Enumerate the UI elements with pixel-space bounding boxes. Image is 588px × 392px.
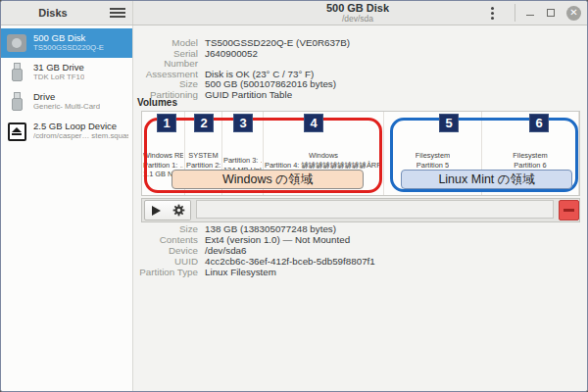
window-controls: ✕	[483, 1, 581, 24]
usb-drive-icon	[5, 61, 28, 84]
hamburger-menu-icon[interactable]	[110, 8, 125, 19]
partition-name: SYSTEM	[188, 151, 218, 160]
device-subtitle: TS500GSSD220Q-E	[33, 44, 104, 53]
minus-icon	[564, 209, 574, 212]
eject-icon[interactable]	[8, 122, 26, 141]
detail-value: TS500GSSD220Q-E (VE0R637B)	[205, 38, 350, 49]
maximize-button[interactable]	[547, 9, 555, 17]
annotation-badge-5: 5	[439, 114, 459, 132]
annotation-badge-3: 3	[233, 114, 253, 132]
partition-name: Filesystem	[416, 151, 450, 160]
annotation-badge-6: 6	[529, 114, 549, 132]
close-button[interactable]: ✕	[566, 6, 581, 21]
gnome-disks-window: Disks 500 GB Disk /dev/sda ✕ 500 GB Disk…	[0, 0, 588, 392]
usb-drive-icon	[5, 90, 28, 114]
device-subtitle: /cdrom/casper… stem.squashfs	[33, 132, 128, 141]
sidebar-header: Disks	[1, 1, 133, 24]
detail-value: 4cc2cb6c-36ef-412f-bceb-5db59f8807f1	[205, 257, 375, 268]
partition-name: Filesystem	[513, 151, 547, 160]
main-header: 500 GB Disk /dev/sda ✕	[133, 1, 587, 24]
device-subtitle: Generic- Multi-Card	[33, 103, 100, 112]
volumes-map: Windows RE … Partition 1: … 1.1 GB NTFS …	[141, 111, 580, 196]
titlebar: Disks 500 GB Disk /dev/sda ✕	[1, 1, 587, 25]
mount-button[interactable]	[144, 200, 168, 220]
partition-label: Partition 5	[416, 161, 449, 170]
partition-label: Partition 6	[514, 161, 546, 170]
disk-details: ModelTS500GSSD220Q-E (VE0R637B) Serial N…	[137, 38, 585, 101]
gear-icon	[172, 204, 185, 217]
device-sidebar: 500 GB Disk TS500GSSD220Q-E 31 GB Drive …	[1, 25, 133, 391]
volumes-section-label: Volumes	[137, 97, 177, 108]
partition-details: Size138 GB (138305077248 bytes) Contents…	[137, 224, 585, 278]
linux-region-label: Linux Mint の領域	[401, 170, 572, 189]
hard-disk-icon	[5, 31, 28, 55]
play-icon	[152, 206, 161, 216]
partition-name: Windows RE …	[143, 151, 183, 160]
delete-partition-button[interactable]	[559, 200, 579, 220]
annotation-badge-1: 1	[157, 114, 176, 132]
detail-row: UUID4cc2cb6c-36ef-412f-bceb-5db59f8807f1	[137, 257, 585, 268]
window-title: 500 GB Disk	[226, 3, 489, 15]
kebab-menu-icon[interactable]	[483, 5, 501, 21]
window-title-block: 500 GB Disk /dev/sda	[226, 3, 489, 23]
detail-value: J640900052	[205, 49, 258, 70]
detail-label: Partition Type	[137, 268, 198, 278]
titlebar-separator	[514, 4, 515, 22]
annotation-badge-4: 4	[304, 114, 323, 132]
detail-value: Linux Filesystem	[205, 268, 276, 278]
detail-row: Serial NumberJ640900052	[137, 49, 585, 70]
detail-row: PartitioningGUID Partition Table	[137, 90, 585, 101]
partition-label: Partition 3: …	[223, 156, 262, 165]
sidebar-item-500gb-disk[interactable]: 500 GB Disk TS500GSSD220Q-E	[1, 28, 132, 58]
detail-row: ModelTS500GSSD220Q-E (VE0R637B)	[137, 38, 585, 49]
detail-value: GUID Partition Table	[205, 90, 292, 101]
detail-label: Model	[137, 38, 198, 49]
partition-options-button[interactable]	[167, 200, 191, 220]
detail-row: Partition TypeLinux Filesystem	[137, 268, 585, 278]
sidebar-item-31gb-drive[interactable]: 31 GB Drive TDK LoR TF10	[1, 58, 132, 87]
detail-label: UUID	[137, 257, 198, 268]
app-title: Disks	[1, 7, 105, 19]
main-pane: ModelTS500GSSD220Q-E (VE0R637B) Serial N…	[134, 25, 587, 391]
partition-label: Partition 2: …	[186, 161, 220, 170]
partition-name: Windows	[309, 151, 338, 160]
detail-label: Serial Number	[137, 49, 198, 70]
device-subtitle: TDK LoR TF10	[33, 74, 84, 82]
minimize-button[interactable]	[525, 8, 535, 18]
partition-label: Partition 1: …	[143, 161, 183, 170]
sidebar-item-multicard-drive[interactable]: Drive Generic- Multi-Card	[1, 87, 132, 117]
window-subtitle: /dev/sda	[226, 15, 489, 24]
toolbar-spacer	[196, 200, 554, 219]
windows-region-label: Windows の領域	[172, 170, 364, 189]
annotation-badge-2: 2	[194, 114, 214, 132]
partition-label: Partition 4: 罅罅罅罅罅罅罅罅罅ÂRRR…	[265, 161, 382, 170]
volume-toolbar	[141, 198, 580, 222]
sidebar-item-loop-device[interactable]: 2.5 GB Loop Device /cdrom/casper… stem.s…	[1, 117, 132, 146]
